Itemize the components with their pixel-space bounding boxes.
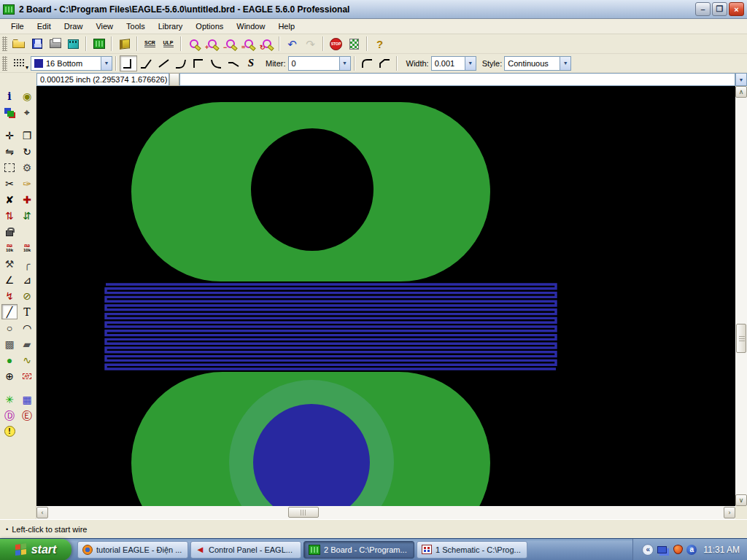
scroll-left-button[interactable]: ‹ bbox=[36, 507, 48, 518]
zoom-fit-button[interactable] bbox=[185, 35, 203, 52]
open-library-button[interactable] bbox=[115, 35, 133, 52]
hole-tool[interactable]: ⊕ bbox=[1, 368, 18, 384]
name-tool[interactable]: R210k bbox=[1, 240, 18, 255]
toolbar-grip[interactable] bbox=[2, 36, 7, 51]
close-button[interactable]: × bbox=[729, 2, 744, 16]
drc-tool[interactable]: Ⓓ bbox=[1, 408, 18, 423]
command-input[interactable] bbox=[179, 73, 735, 86]
menu-edit[interactable]: Edit bbox=[31, 20, 58, 32]
miter-straight-button[interactable] bbox=[376, 55, 393, 71]
rotate-tool[interactable]: ↻ bbox=[19, 144, 35, 159]
chevron-down-icon[interactable]: ▼ bbox=[735, 73, 747, 86]
add-tool[interactable]: ✚ bbox=[19, 192, 35, 207]
menu-library[interactable]: Library bbox=[152, 20, 190, 32]
horizontal-scroll-thumb[interactable] bbox=[288, 507, 319, 518]
polygon-tool[interactable]: ▰ bbox=[19, 336, 35, 351]
display-layers-tool[interactable] bbox=[1, 104, 18, 120]
move-tool[interactable]: ✛ bbox=[1, 128, 18, 143]
miter-round-button[interactable] bbox=[358, 55, 376, 71]
vertical-scroll-track[interactable] bbox=[735, 98, 747, 494]
wire-tool[interactable]: ╱ bbox=[1, 304, 18, 319]
group-tool[interactable] bbox=[1, 160, 18, 175]
circle-tool[interactable]: ○ bbox=[1, 320, 18, 335]
cut-tool[interactable]: ✂ bbox=[1, 176, 18, 191]
width-select[interactable]: 0.001 ▼ bbox=[431, 56, 476, 71]
text-tool[interactable]: T bbox=[19, 304, 35, 319]
bend-45-end-button[interactable] bbox=[137, 55, 155, 71]
open-button[interactable] bbox=[9, 35, 28, 52]
taskbar-task[interactable]: ◄Control Panel - EAGL... bbox=[190, 541, 301, 559]
layer-select[interactable]: 16 Bottom ▼ bbox=[31, 56, 112, 71]
run-script-button[interactable]: SCR bbox=[141, 35, 159, 52]
show-tool[interactable]: ◉ bbox=[19, 88, 35, 104]
bend-straight-button[interactable] bbox=[155, 55, 172, 71]
mark-tool[interactable]: ⌖ bbox=[19, 104, 35, 120]
info-tool[interactable]: i bbox=[1, 88, 18, 104]
bend-90-end-button[interactable] bbox=[120, 55, 137, 71]
mirror-tool[interactable]: ⇋ bbox=[1, 144, 18, 159]
help-button[interactable]: ? bbox=[371, 35, 389, 52]
copy-tool[interactable]: ❐ bbox=[19, 128, 35, 143]
error-warning-tool[interactable]: ! bbox=[1, 424, 18, 439]
chevron-down-icon[interactable]: ▼ bbox=[101, 57, 112, 70]
delete-tool[interactable]: ✘ bbox=[1, 192, 18, 207]
miter-select[interactable]: 0 ▼ bbox=[288, 56, 351, 71]
network-icon[interactable] bbox=[657, 546, 667, 553]
taskbar-task[interactable]: 1 Schematic - C:\Prog... bbox=[417, 541, 527, 559]
autorouter-tool[interactable]: ▦ bbox=[19, 392, 35, 407]
serpentine-trace[interactable] bbox=[106, 284, 556, 369]
arc-tool[interactable]: ◠ bbox=[19, 320, 35, 335]
antivirus-icon[interactable]: a bbox=[686, 545, 697, 555]
taskbar-task[interactable]: 2 Board - C:\Program... bbox=[303, 541, 414, 559]
split-tool[interactable]: ∠ bbox=[1, 272, 18, 287]
switch-board-schematic-button[interactable] bbox=[90, 35, 108, 52]
bend-round-end-button[interactable] bbox=[172, 55, 190, 71]
zoom-in-button[interactable]: + bbox=[203, 35, 221, 52]
chevron-down-icon[interactable]: ▼ bbox=[465, 57, 476, 70]
hide-icons-button[interactable]: « bbox=[642, 544, 654, 556]
ratsnest-progress-button[interactable] bbox=[345, 35, 363, 52]
undo-button[interactable]: ↶ bbox=[283, 35, 301, 52]
bend-s-button[interactable]: S bbox=[242, 55, 260, 71]
zoom-redraw-button[interactable]: ↻ bbox=[258, 35, 276, 52]
stop-button[interactable]: STOP bbox=[327, 35, 345, 52]
board-canvas[interactable] bbox=[36, 86, 735, 506]
export-image-button[interactable] bbox=[64, 35, 82, 52]
run-ulp-button[interactable]: ULP bbox=[159, 35, 177, 52]
chevron-down-icon[interactable]: ▼ bbox=[339, 57, 350, 70]
ripup-tool[interactable]: ⊘ bbox=[19, 288, 35, 303]
vertical-scroll-thumb[interactable] bbox=[736, 324, 746, 353]
start-button[interactable]: start bbox=[0, 539, 71, 560]
security-alert-icon[interactable] bbox=[673, 545, 683, 554]
paste-tool[interactable]: ✑ bbox=[19, 176, 35, 191]
pad-circle[interactable] bbox=[251, 128, 374, 251]
grid-button[interactable] bbox=[9, 55, 28, 72]
bend-90-start-button[interactable] bbox=[190, 55, 207, 71]
optimize-tool[interactable]: ⊿ bbox=[19, 272, 35, 287]
restore-button[interactable]: ❐ bbox=[712, 2, 727, 16]
signal-tool[interactable]: ∿ bbox=[19, 352, 35, 368]
style-select[interactable]: Continuous ▼ bbox=[504, 56, 571, 71]
zoom-out-button[interactable]: − bbox=[221, 35, 239, 52]
redo-button[interactable]: ↷ bbox=[301, 35, 320, 52]
save-button[interactable] bbox=[28, 35, 46, 52]
horizontal-scrollbar[interactable]: ‹ › bbox=[36, 506, 735, 519]
menu-options[interactable]: Options bbox=[189, 20, 230, 32]
ratsnest-tool[interactable]: ✳ bbox=[1, 392, 18, 407]
menu-view[interactable]: View bbox=[89, 20, 120, 32]
smash-tool[interactable]: ⚒ bbox=[1, 256, 18, 271]
scroll-down-button[interactable]: ∨ bbox=[735, 494, 747, 506]
menu-tools[interactable]: Tools bbox=[120, 20, 152, 32]
menu-file[interactable]: File bbox=[4, 20, 31, 32]
lock-tool[interactable] bbox=[1, 224, 18, 239]
route-tool[interactable]: ↯ bbox=[1, 288, 18, 303]
miter-tool[interactable]: ╭ bbox=[19, 256, 35, 271]
chevron-down-icon[interactable]: ▼ bbox=[560, 57, 570, 70]
vertical-scrollbar[interactable]: ∧ ∨ bbox=[735, 86, 747, 506]
zoom-select-button[interactable]: = bbox=[239, 35, 258, 52]
menu-draw[interactable]: Draw bbox=[58, 20, 90, 32]
attribute-tool[interactable]: AT bbox=[19, 368, 35, 384]
via-tool[interactable]: ● bbox=[1, 352, 18, 368]
rect-tool[interactable]: ▩ bbox=[1, 336, 18, 351]
coordbar-divider-button[interactable] bbox=[169, 73, 179, 86]
